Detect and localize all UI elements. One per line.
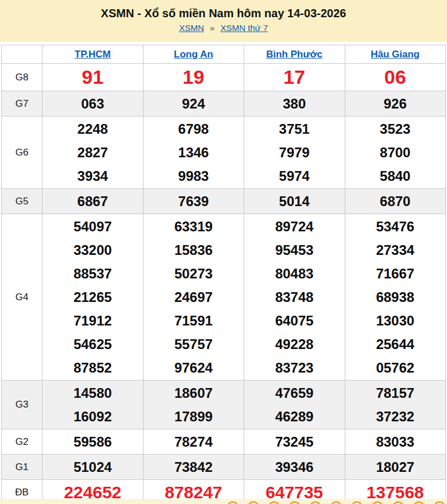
prize-number: 68938 <box>345 285 446 309</box>
prize-cell: 39346 <box>244 455 345 480</box>
lotto-ball-icon <box>434 501 445 504</box>
prize-number: 19 <box>144 64 244 90</box>
prize-number: 27334 <box>345 238 446 262</box>
prize-row-g1: G151024738423934618027 <box>2 455 446 480</box>
prize-cell: 51024 <box>43 455 144 480</box>
prize-number: 3934 <box>43 164 143 188</box>
prize-row-g2: G259586782747324583033 <box>2 429 446 455</box>
prize-cell: 59586 <box>43 429 144 455</box>
prize-cell: 7815737232 <box>345 381 446 429</box>
prize-cell: 5014 <box>244 189 345 214</box>
prize-cell: 17 <box>244 64 345 91</box>
prize-number: 54097 <box>43 215 143 238</box>
prize-number: 06 <box>345 64 446 90</box>
lotto-ball-icon <box>392 501 404 504</box>
prize-cell: 926 <box>345 91 446 117</box>
prize-row-g4: G454097332008853721265719125462587852633… <box>2 214 446 381</box>
next-section-strip <box>0 499 447 504</box>
prize-number: 3523 <box>345 117 446 141</box>
prize-number: 1346 <box>144 141 244 164</box>
prize-number: 71667 <box>345 262 446 285</box>
prize-number: 83723 <box>244 356 345 379</box>
prize-cell: 375179795974 <box>244 117 345 189</box>
prize-number: 91 <box>43 64 143 90</box>
prize-row-g7: G7063924380926 <box>2 91 446 117</box>
prize-number: 78274 <box>144 430 244 453</box>
prize-number: 39346 <box>244 455 345 479</box>
column-link-binhphuoc[interactable]: Bình Phước <box>266 49 322 60</box>
prize-number: 83033 <box>345 430 446 453</box>
prize-number: 47659 <box>244 381 345 405</box>
prize-number: 24697 <box>144 285 244 309</box>
lotto-ball-icon <box>248 501 259 504</box>
prize-number: 51024 <box>43 455 143 479</box>
prize-cell: 063 <box>43 91 144 117</box>
prize-cell: 91 <box>43 64 144 91</box>
corner-cell <box>2 45 43 64</box>
prize-number: 17 <box>244 64 345 90</box>
prize-label-g4: G4 <box>2 214 43 381</box>
lotto-ball-icon <box>372 501 383 504</box>
prize-number: 17899 <box>144 405 244 428</box>
prize-number: 63319 <box>144 215 244 238</box>
prize-cell: 224828273934 <box>43 117 144 189</box>
column-header-tphcm: TP.HCM <box>43 45 144 64</box>
prize-number: 05762 <box>345 356 446 379</box>
prize-cell: 63319158365027324697715915575797624 <box>143 214 244 381</box>
lotto-ball-icon <box>227 501 238 504</box>
prize-number: 46289 <box>244 405 345 428</box>
column-header-haugiang: Hậu Giang <box>345 45 446 64</box>
page-title: XSMN - Xổ số miền Nam hôm nay 14-03-2026 <box>0 6 447 20</box>
prize-number: 64075 <box>244 309 345 332</box>
prize-number: 15836 <box>144 238 244 262</box>
prize-cell: 53476273347166768938130302564405762 <box>345 214 446 381</box>
prize-row-g5: G56867763950146870 <box>2 189 446 214</box>
column-link-longan[interactable]: Long An <box>174 49 213 60</box>
prize-number: 6798 <box>144 117 244 141</box>
prize-number: 80483 <box>244 262 345 285</box>
page: { "header": { "title": "XSMN - Xổ số miề… <box>0 0 447 504</box>
prize-label-g5: G5 <box>2 189 43 214</box>
prize-number: 16092 <box>43 405 143 428</box>
prize-cell: 73842 <box>143 455 244 480</box>
prize-number: 9983 <box>144 164 244 188</box>
lotto-ball-icon <box>268 501 280 504</box>
breadcrumb-link-xsmn[interactable]: XSMN <box>179 23 204 33</box>
prize-row-g3: G314580160921860717899476594628978157372… <box>2 381 446 429</box>
prize-number: 73842 <box>144 455 244 479</box>
prize-cell: 679813469983 <box>143 117 244 189</box>
prize-cell: 1860717899 <box>143 381 244 429</box>
prize-number: 71912 <box>43 309 143 332</box>
prize-row-g6: G622482827393467981346998337517979597435… <box>2 117 446 189</box>
breadcrumb-link-xsmn-thu-7[interactable]: XSMN thứ 7 <box>221 23 268 33</box>
page-header: XSMN - Xổ số miền Nam hôm nay 14-03-2026… <box>0 0 447 42</box>
prize-cell: 19 <box>143 64 244 91</box>
lotto-ball-icon <box>330 501 342 504</box>
prize-number: 6870 <box>345 189 446 213</box>
lotto-ball-icon <box>289 501 300 504</box>
column-link-haugiang[interactable]: Hậu Giang <box>371 49 419 60</box>
prize-label-g8: G8 <box>2 64 43 91</box>
column-link-tphcm[interactable]: TP.HCM <box>75 49 111 60</box>
prize-cell: 924 <box>143 91 244 117</box>
prize-number: 97624 <box>144 356 244 379</box>
prize-label-g7: G7 <box>2 91 43 117</box>
prize-number: 71591 <box>144 309 244 332</box>
prize-label-g3: G3 <box>2 381 43 429</box>
prize-number: 18607 <box>144 381 244 405</box>
prize-number: 87852 <box>43 356 143 379</box>
prize-number: 89724 <box>244 215 345 238</box>
prize-cell: 4765946289 <box>244 381 345 429</box>
prize-cell: 7639 <box>143 189 244 214</box>
prize-number: 25644 <box>345 332 446 356</box>
prize-number: 18027 <box>345 455 446 479</box>
header-row: TP.HCM Long An Bình Phước Hậu Giang <box>2 45 446 64</box>
results-table-header: TP.HCM Long An Bình Phước Hậu Giang <box>2 45 446 64</box>
prize-cell: 352387005840 <box>345 117 446 189</box>
lotto-ball-icon <box>310 501 321 504</box>
prize-number: 88537 <box>43 262 143 285</box>
prize-cell: 380 <box>244 91 345 117</box>
column-header-longan: Long An <box>143 45 244 64</box>
prize-number: 49228 <box>244 332 345 356</box>
prize-number: 95453 <box>244 238 345 262</box>
